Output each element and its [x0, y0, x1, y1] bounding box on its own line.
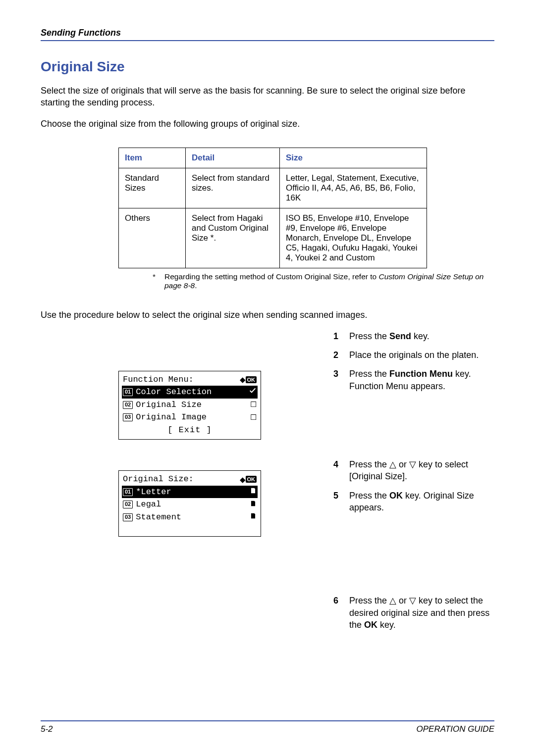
lcd-row: 03 Statement	[122, 511, 258, 524]
step-number: 1	[333, 330, 349, 342]
section-heading: Original Size	[41, 59, 494, 75]
lcd-title: Original Size:	[123, 473, 194, 486]
cell-detail: Select from standard sizes.	[186, 168, 280, 208]
page-footer: 5-2 OPERATION GUIDE	[41, 720, 494, 734]
row-label: Statement	[136, 511, 247, 524]
intro-paragraph-1: Select the size of originals that will s…	[41, 85, 494, 109]
lcd-row: 01 Color Selection	[122, 386, 258, 399]
footnote-tail: .	[195, 281, 197, 290]
lcd-original-size: Original Size: ◆ OK 01 *Letter 02	[118, 470, 261, 537]
step-item: 1 Press the Send key.	[333, 330, 494, 342]
row-label: *Letter	[136, 486, 247, 499]
step-text: Press the △ or ▽ key to select [Original…	[349, 458, 494, 483]
row-label: Original Size	[136, 399, 247, 411]
page-header: Sending Functions	[41, 28, 494, 41]
step-number: 3	[333, 368, 349, 392]
cell-item: Standard Sizes	[119, 168, 186, 208]
checkbox-icon: ☐	[250, 399, 257, 410]
step-number: 2	[333, 349, 349, 361]
footnote-mark: *	[133, 272, 164, 290]
row-number-badge: 02	[123, 501, 133, 508]
step-text: Place the originals on the platen.	[349, 349, 494, 361]
table-row: Others Select from Hagaki and Custom Ori…	[119, 208, 427, 268]
row-number-badge: 01	[123, 488, 133, 496]
footnote-plain: Regarding the setting method of Custom O…	[164, 272, 379, 281]
cell-item: Others	[119, 208, 186, 268]
lcd-row: 02 Original Size ☐	[122, 399, 258, 411]
step-text: Press the OK key. Original Size appears.	[349, 490, 494, 514]
footer-guide-label: OPERATION GUIDE	[417, 724, 494, 734]
steps-list: 1 Press the Send key. 2 Place the origin…	[321, 330, 494, 638]
lcd-nav-ok: ◆ OK	[240, 376, 257, 383]
header-section-title: Sending Functions	[41, 28, 121, 38]
cell-size: ISO B5, Envelope #10, Envelope #9, Envel…	[280, 208, 427, 268]
page-orientation-icon	[250, 499, 257, 510]
table-footnote: * Regarding the setting method of Custom…	[133, 272, 494, 290]
th-size: Size	[280, 148, 427, 168]
lcd-function-menu: Function Menu: ◆ OK 01 Color Selection	[118, 371, 261, 440]
step-text: Press the △ or ▽ key to select the desir…	[349, 595, 494, 631]
lcd-title: Function Menu:	[123, 373, 194, 386]
step-text: Press the Function Menu key. Function Me…	[349, 368, 494, 392]
sizes-table: Item Detail Size Standard Sizes Select f…	[118, 148, 427, 268]
step-item: 2 Place the originals on the platen.	[333, 349, 494, 361]
lcd-row: 01 *Letter	[122, 486, 258, 499]
step-number: 6	[333, 595, 349, 631]
page-orientation-icon	[250, 511, 257, 523]
row-number-badge: 03	[123, 413, 133, 421]
page-orientation-icon	[250, 486, 257, 498]
lcd-row: 03 Original Image ☐	[122, 411, 258, 424]
step-number: 5	[333, 490, 349, 514]
checkbox-icon: ☐	[250, 412, 257, 423]
intro-paragraph-2: Choose the original size from the follow…	[41, 118, 494, 130]
lcd-nav-ok: ◆ OK	[240, 476, 257, 483]
row-number-badge: 03	[123, 513, 133, 521]
row-label: Color Selection	[136, 386, 246, 399]
step-item: 6 Press the △ or ▽ key to select the des…	[333, 595, 494, 631]
table-row: Standard Sizes Select from standard size…	[119, 168, 427, 208]
cell-detail: Select from Hagaki and Custom Original S…	[186, 208, 280, 268]
step-item: 4 Press the △ or ▽ key to select [Origin…	[333, 458, 494, 483]
step-item: 5 Press the OK key. Original Size appear…	[333, 490, 494, 514]
step-item: 3 Press the Function Menu key. Function …	[333, 368, 494, 392]
lcd-row: 02 Legal	[122, 498, 258, 511]
row-label: Original Image	[136, 411, 247, 424]
sizes-table-wrap: Item Detail Size Standard Sizes Select f…	[118, 148, 427, 268]
th-detail: Detail	[186, 148, 280, 168]
check-icon	[249, 387, 257, 398]
ok-badge: OK	[246, 476, 257, 483]
lcd-exit: [ Exit ]	[122, 424, 258, 437]
step-text: Press the Send key.	[349, 330, 494, 342]
th-item: Item	[119, 148, 186, 168]
footer-page-number: 5-2	[41, 724, 53, 734]
footnote-text: Regarding the setting method of Custom O…	[164, 272, 494, 290]
row-number-badge: 02	[123, 401, 133, 409]
ok-badge: OK	[246, 376, 257, 383]
procedure-lead: Use the procedure below to select the or…	[41, 310, 494, 320]
row-label: Legal	[136, 498, 247, 511]
nav-diamond-icon: ◆	[240, 476, 242, 483]
cell-size: Letter, Legal, Statement, Executive, Off…	[280, 168, 427, 208]
nav-diamond-icon: ◆	[240, 376, 242, 383]
step-number: 4	[333, 458, 349, 483]
row-number-badge: 01	[123, 388, 133, 396]
